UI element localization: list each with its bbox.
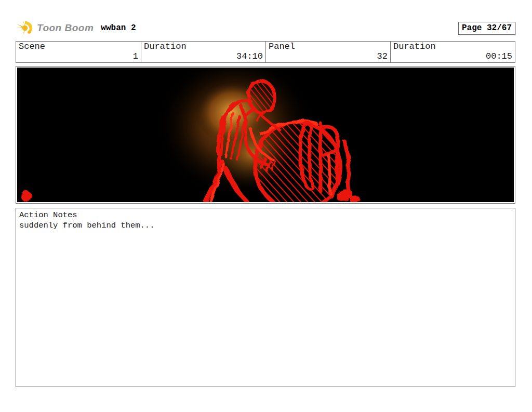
header: Toon Boom wwban 2 Page 32/67 — [16, 20, 515, 36]
action-notes-body: suddenly from behind them... — [19, 220, 512, 231]
panel-sketch-svg — [17, 68, 514, 202]
scene-duration-value: 34:10 — [141, 52, 265, 62]
scene-value: 1 — [16, 52, 141, 62]
toonboom-starburst-icon — [16, 20, 35, 36]
storyboard-panel-frame — [16, 66, 515, 204]
panel-duration-label: Duration — [391, 42, 515, 51]
info-cell-panel: Panel 32 — [265, 42, 390, 62]
info-cell-scene: Scene 1 — [16, 42, 141, 62]
scene-duration-label: Duration — [141, 42, 265, 51]
project-title: wwban 2 — [101, 23, 136, 33]
brand-text: Toon Boom — [37, 22, 94, 34]
storyboard-panel-image — [17, 68, 514, 202]
storyboard-page: Toon Boom wwban 2 Page 32/67 Scene 1 Dur… — [0, 0, 532, 412]
info-table: Scene 1 Duration 34:10 Panel 32 Duration… — [16, 41, 515, 63]
info-cell-scene-duration: Duration 34:10 — [141, 42, 265, 62]
info-cell-panel-duration: Duration 00:15 — [390, 42, 515, 62]
panel-label: Panel — [266, 42, 390, 51]
scene-label: Scene — [16, 42, 141, 51]
action-notes-box: Action Notes suddenly from behind them..… — [16, 208, 515, 387]
action-notes-title: Action Notes — [19, 210, 512, 220]
panel-duration-value: 00:15 — [391, 52, 515, 62]
page-badge: Page 32/67 — [458, 22, 515, 35]
panel-value: 32 — [266, 52, 390, 62]
